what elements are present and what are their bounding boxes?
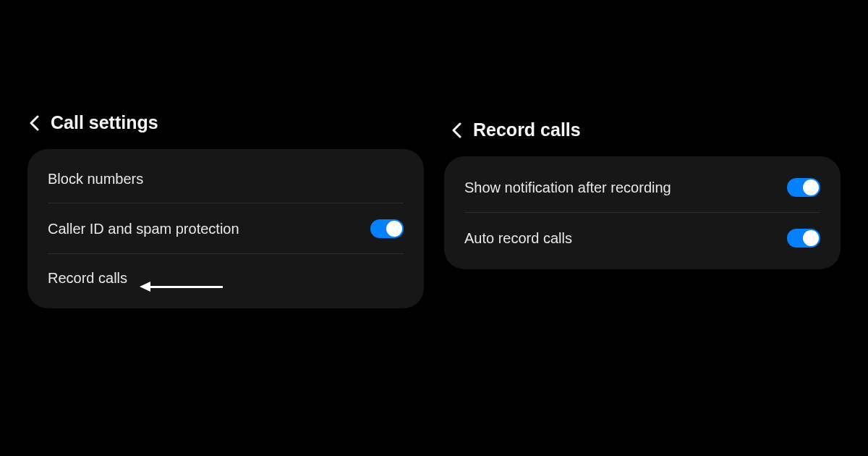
page-title: Call settings bbox=[51, 112, 158, 133]
block-numbers-row[interactable]: Block numbers bbox=[27, 155, 424, 203]
caller-id-toggle[interactable] bbox=[370, 219, 404, 238]
chevron-left-icon bbox=[451, 122, 461, 138]
back-button[interactable] bbox=[451, 122, 461, 138]
auto-record-toggle[interactable] bbox=[787, 229, 820, 248]
row-label: Auto record calls bbox=[464, 230, 572, 247]
call-settings-header: Call settings bbox=[27, 112, 424, 149]
call-settings-card: Block numbers Caller ID and spam protect… bbox=[27, 149, 424, 308]
toggle-knob bbox=[386, 221, 402, 237]
row-label: Caller ID and spam protection bbox=[48, 221, 239, 237]
record-calls-header: Record calls bbox=[444, 119, 841, 156]
row-label: Block numbers bbox=[48, 171, 143, 187]
back-button[interactable] bbox=[29, 115, 39, 131]
auto-record-row[interactable]: Auto record calls bbox=[444, 213, 841, 263]
row-label: Show notification after recording bbox=[464, 180, 671, 196]
show-notification-toggle[interactable] bbox=[787, 178, 820, 197]
record-calls-panel: Record calls Show notification after rec… bbox=[444, 119, 841, 269]
page-title: Record calls bbox=[473, 119, 581, 140]
toggle-knob bbox=[803, 180, 819, 195]
call-settings-panel: Call settings Block numbers Caller ID an… bbox=[27, 112, 424, 308]
arrow-annotation bbox=[140, 282, 223, 292]
show-notification-row[interactable]: Show notification after recording bbox=[444, 162, 841, 213]
arrow-head-icon bbox=[140, 282, 150, 292]
chevron-left-icon bbox=[29, 115, 39, 131]
toggle-knob bbox=[803, 230, 819, 246]
arrow-line bbox=[150, 286, 223, 288]
row-label: Record calls bbox=[48, 270, 127, 287]
caller-id-spam-row[interactable]: Caller ID and spam protection bbox=[27, 203, 424, 254]
record-calls-card: Show notification after recording Auto r… bbox=[444, 156, 841, 269]
record-calls-row[interactable]: Record calls bbox=[27, 254, 424, 303]
